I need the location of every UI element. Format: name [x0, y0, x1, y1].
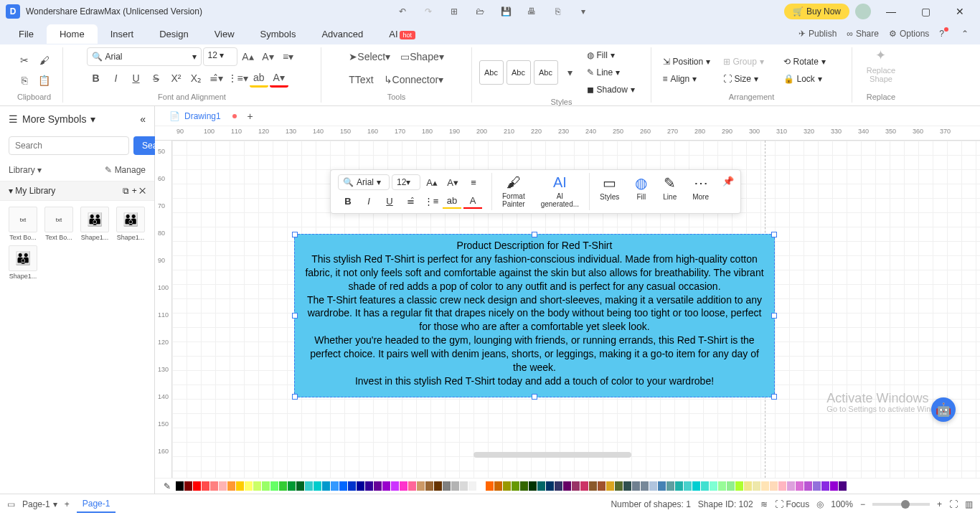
lib-dup-icon[interactable]: ⧉ — [123, 186, 129, 196]
user-avatar[interactable] — [855, 4, 871, 19]
new-button[interactable]: ⊞ — [444, 1, 464, 22]
my-library-toggle[interactable]: ▾ My Library — [9, 186, 55, 196]
color-swatch[interactable] — [735, 481, 743, 491]
tab-file[interactable]: File — [6, 24, 47, 44]
line-dropdown[interactable]: ✎ Line▾ — [587, 65, 644, 80]
color-swatch[interactable] — [563, 481, 571, 491]
color-swatch[interactable] — [460, 481, 468, 491]
symbol-search-input[interactable] — [9, 136, 129, 155]
select-tool[interactable]: ➤ Select ▾ — [344, 47, 395, 66]
color-swatch[interactable] — [400, 481, 407, 491]
color-swatch[interactable] — [598, 481, 606, 491]
underline-button[interactable]: U — [127, 69, 146, 88]
shadow-dropdown[interactable]: ◼ Shadow▾ — [587, 82, 644, 98]
eyedropper-icon[interactable]: ✎ — [164, 481, 171, 491]
color-swatch[interactable] — [606, 481, 614, 491]
library-shape[interactable]: txtText Bo... — [7, 207, 39, 241]
color-swatch[interactable] — [305, 481, 313, 491]
horizontal-scrollbar[interactable] — [473, 452, 631, 458]
decrease-font-button[interactable]: A▾ — [259, 47, 278, 66]
panel-toggle-button[interactable]: ▥ — [965, 499, 973, 509]
handle-se[interactable] — [771, 394, 777, 400]
color-swatch[interactable] — [227, 481, 235, 491]
color-swatch[interactable] — [658, 481, 666, 491]
color-swatch[interactable] — [417, 481, 425, 491]
color-swatch[interactable] — [649, 481, 657, 491]
save-button[interactable]: 💾 — [496, 1, 516, 22]
hamburger-icon[interactable]: ☰ — [9, 113, 18, 125]
color-swatch[interactable] — [641, 481, 649, 491]
page-view-icon[interactable]: ▭ — [7, 499, 15, 509]
tab-symbols[interactable]: Symbols — [248, 24, 309, 44]
color-swatch[interactable] — [270, 481, 278, 491]
color-swatch[interactable] — [193, 481, 201, 491]
color-swatch[interactable] — [537, 481, 545, 491]
add-document-tab[interactable]: + — [241, 107, 260, 126]
lock-dropdown[interactable]: 🔒 Lock▾ — [783, 71, 841, 87]
cut-button[interactable]: ✂ — [15, 51, 34, 70]
color-swatch[interactable] — [529, 481, 537, 491]
color-swatch[interactable] — [572, 481, 580, 491]
float-underline[interactable]: U — [380, 193, 399, 209]
tab-view[interactable]: View — [202, 24, 248, 44]
color-swatch[interactable] — [236, 481, 244, 491]
library-shape[interactable]: 👪Shape1... — [79, 207, 110, 241]
color-swatch[interactable] — [589, 481, 597, 491]
theme-style-3[interactable]: Abc — [534, 60, 558, 85]
align-dropdown[interactable]: ≡ Align▾ — [663, 71, 720, 87]
paste-button[interactable]: 📋 — [35, 71, 54, 90]
color-swatch[interactable] — [314, 481, 321, 491]
size-dropdown[interactable]: ⛶ Size▾ — [723, 71, 781, 87]
handle-n[interactable] — [532, 232, 537, 237]
open-button[interactable]: 🗁 — [470, 1, 490, 22]
color-swatch[interactable] — [787, 481, 795, 491]
float-italic[interactable]: I — [359, 193, 378, 209]
handle-s[interactable] — [532, 394, 537, 400]
fit-view-button[interactable]: ◎ — [816, 499, 824, 509]
align-button[interactable]: ≡▾ — [279, 47, 298, 66]
add-page-button[interactable]: + — [65, 499, 70, 509]
color-swatch[interactable] — [770, 481, 778, 491]
float-align[interactable]: ≡ — [464, 174, 483, 190]
color-swatch[interactable] — [555, 481, 562, 491]
canvas-grid[interactable]: 🔍Arial▾ 12▾ A▴ A▾ ≡ B I U ≡̂ ⋮≡ a — [172, 141, 980, 478]
color-swatch[interactable] — [425, 481, 433, 491]
font-size-select[interactable]: 12 ▾ — [203, 47, 237, 66]
bold-button[interactable]: B — [87, 69, 105, 88]
float-fill[interactable]: ◍Fill — [629, 173, 653, 210]
publish-button[interactable]: ✈ Publish — [798, 29, 837, 39]
color-swatch[interactable] — [176, 481, 184, 491]
font-color-button[interactable]: A▾ — [270, 69, 288, 88]
float-line[interactable]: ✎Line — [657, 173, 682, 210]
color-swatch[interactable] — [322, 481, 330, 491]
replace-shape-button[interactable]: Replace Shape — [867, 66, 895, 83]
rotate-dropdown[interactable]: ⟲ Rotate▾ — [783, 54, 841, 70]
share-button[interactable]: ∞ Share — [847, 29, 879, 39]
color-swatch[interactable] — [202, 481, 209, 491]
fill-dropdown[interactable]: ◍ Fill▾ — [587, 47, 644, 63]
copy-button[interactable]: ⎘ — [15, 71, 34, 90]
page-selector[interactable]: Page-1 ▾ — [22, 499, 57, 509]
float-styles[interactable]: ▭Styles — [594, 173, 625, 210]
print-button[interactable]: 🖶 — [522, 1, 542, 22]
theme-style-2[interactable]: Abc — [507, 60, 531, 85]
float-fontcolor[interactable]: A — [463, 193, 482, 209]
position-dropdown[interactable]: ⇲ Position▾ — [663, 54, 720, 70]
color-swatch[interactable] — [520, 481, 528, 491]
tab-home[interactable]: Home — [47, 24, 98, 44]
color-swatch[interactable] — [296, 481, 304, 491]
color-swatch[interactable] — [339, 481, 347, 491]
color-swatch[interactable] — [684, 481, 692, 491]
color-swatch[interactable] — [666, 481, 674, 491]
float-ai-generated[interactable]: AIAI generated... — [535, 173, 585, 210]
handle-sw[interactable] — [292, 394, 298, 400]
float-decrease-font[interactable]: A▾ — [443, 174, 462, 190]
increase-font-button[interactable]: A▴ — [239, 47, 258, 66]
export-button[interactable]: ⎘ — [547, 1, 567, 22]
handle-e[interactable] — [771, 313, 777, 319]
color-swatch[interactable] — [477, 481, 485, 491]
float-highlight[interactable]: ab — [443, 193, 461, 209]
chat-button[interactable]: 🤖 — [931, 397, 956, 422]
bullets-button[interactable]: ⋮≡▾ — [227, 69, 248, 88]
color-swatch[interactable] — [451, 481, 459, 491]
